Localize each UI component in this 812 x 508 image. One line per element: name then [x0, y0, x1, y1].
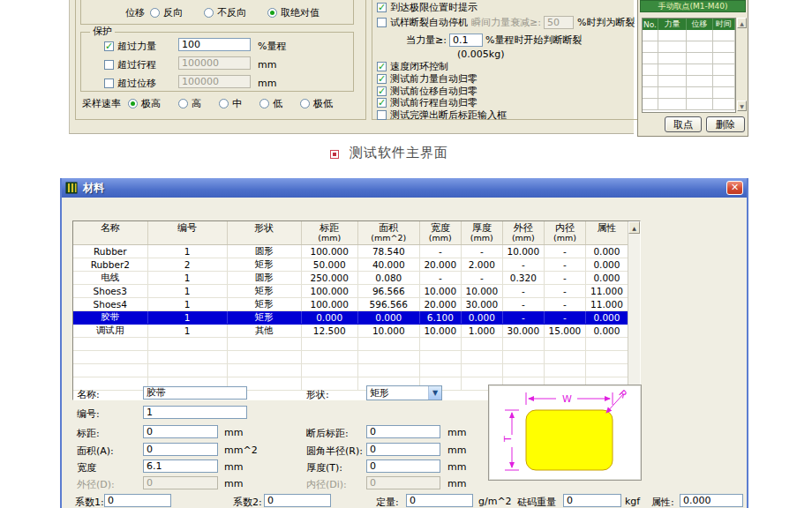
speed-loop-checkbox[interactable] [377, 62, 387, 71]
shape-preview-drawing: W T R [489, 385, 641, 480]
limit-prompt-checkbox[interactable] [377, 3, 387, 12]
table-col-header[interactable]: 属性 [585, 221, 628, 244]
table-row-selected[interactable]: 胶带1矩形0.0000.0006.1000.000--0.000 [73, 310, 628, 324]
radio-icon[interactable] [150, 8, 160, 18]
radio-icon[interactable] [267, 8, 277, 18]
radio-label: 高 [192, 97, 201, 110]
radio-icon[interactable] [259, 99, 269, 108]
table-row[interactable]: 电线1圆形250.0000.080--0.320-0.000 [73, 271, 628, 284]
material-table-scrollbar[interactable]: ▲ ▼ [628, 221, 640, 400]
radio-option[interactable]: 低 [259, 97, 282, 110]
manual-scroll-down-button[interactable]: ▼ [737, 101, 747, 111]
weight-input[interactable] [563, 494, 621, 507]
table-col-header[interactable]: 名称 [73, 221, 147, 244]
coef2-input[interactable] [264, 494, 331, 507]
zero-stroke-checkbox[interactable] [377, 98, 387, 108]
over-disp-label: 超过位移 [117, 77, 156, 90]
thickness-input[interactable] [366, 459, 440, 473]
zero-disp-checkbox[interactable] [377, 86, 387, 96]
weight-label: 砝码重量 [517, 496, 556, 508]
manual-point-row [643, 41, 735, 53]
table-row[interactable]: Shoes31矩形100.00096.56610.00010.000--11.0… [73, 284, 628, 297]
coef2-label: 系数2: [233, 496, 262, 508]
table-col-header[interactable]: 外径(mm) [502, 221, 544, 244]
area-input[interactable] [143, 443, 218, 456]
table-row[interactable]: 调试用1其他12.50010.00010.0001.00030.00015.00… [73, 324, 628, 337]
gauge-input[interactable] [143, 425, 218, 438]
protection-row-disp: 超过位移 mm [104, 77, 156, 90]
material-table: 名称编号形状标距(mm)面积(mm^2)宽度(mm)厚度(mm)外径(mm)内径… [72, 220, 641, 400]
outer-d-input [143, 476, 218, 489]
decay-input [544, 16, 574, 29]
grammage-input[interactable] [406, 494, 473, 507]
sample-rate-label: 采样速率 [82, 97, 121, 110]
table-row[interactable]: Shoes41矩形100.000596.56620.00030.000--11.… [73, 297, 628, 310]
radio-option[interactable]: 中 [219, 97, 242, 110]
gauge-after-input[interactable] [366, 425, 440, 438]
sample-rate-row: 采样速率 极高高中低极低 [82, 97, 333, 110]
table-col-header[interactable]: 面积(mm^2) [357, 221, 419, 244]
over-stroke-unit: mm [258, 59, 276, 71]
table-row[interactable]: Rubber22矩形50.00040.00020.0002.000--0.000 [73, 258, 628, 271]
width-input[interactable] [143, 459, 218, 473]
radio-icon[interactable] [300, 99, 310, 108]
radio-option[interactable]: 取绝对值 [267, 6, 320, 19]
chevron-down-icon[interactable]: ▼ [428, 386, 441, 400]
number-input[interactable] [143, 406, 247, 419]
displacement-radios: 反向不反向取绝对值 [150, 6, 320, 19]
outer-d-label: 外径(D): [77, 478, 115, 491]
table-col-header[interactable]: 编号 [147, 221, 227, 244]
manual-scroll-up-button[interactable]: ▲ [737, 18, 747, 28]
width-label: 宽度 [77, 461, 96, 474]
radio-icon[interactable] [178, 99, 188, 108]
material-title: 材料 [83, 181, 104, 196]
table-col-header[interactable]: 标距(mm) [301, 221, 357, 244]
coef1-input[interactable] [104, 494, 171, 507]
popup-gauge-checkbox[interactable] [377, 110, 387, 120]
delete-point-button[interactable]: 删除 [706, 116, 745, 132]
radio-icon[interactable] [204, 8, 214, 18]
material-body: 名称编号形状标距(mm)面积(mm^2)宽度(mm)厚度(mm)外径(mm)内径… [62, 198, 747, 508]
radio-label: 取绝对值 [281, 6, 320, 19]
displacement-row: 位移 反向不反向取绝对值 [81, 6, 353, 19]
manual-points-panel: 手动取点(M1-M40) No.力量位移时间 ▲ ▼ 取点 删除 [637, 0, 748, 137]
zero-force-checkbox[interactable] [377, 74, 387, 84]
radio-label: 中 [232, 97, 242, 110]
table-col-header[interactable]: 厚度(mm) [461, 221, 502, 244]
material-dialog: 材料 ✕ 名称编号形状标距(mm)面积(mm^2)宽度(mm)厚度(mm)外径(… [60, 178, 748, 508]
radio-label: 极低 [313, 97, 333, 110]
over-force-checkbox[interactable] [104, 41, 114, 51]
close-icon[interactable]: ✕ [726, 181, 743, 195]
table-row[interactable]: Rubber1圆形100.00078.540--10.000-0.000 [73, 244, 628, 258]
radio-option[interactable]: 反向 [150, 6, 183, 19]
scroll-up-icon[interactable]: ▲ [628, 221, 640, 234]
manual-point-row [643, 76, 735, 87]
over-force-input[interactable] [178, 38, 251, 51]
over-stroke-checkbox[interactable] [104, 60, 114, 70]
radio-option[interactable]: 不反向 [204, 6, 246, 19]
protection-legend: 保护 [90, 26, 115, 37]
radio-option[interactable]: 高 [178, 97, 201, 110]
take-point-button[interactable]: 取点 [665, 116, 702, 132]
break-stop-checkbox[interactable] [377, 18, 387, 27]
grammage-label: 定量: [376, 496, 399, 508]
radio-option[interactable]: 极低 [300, 97, 333, 110]
force-judge-input[interactable] [449, 34, 483, 47]
gauge-after-label: 断后标距: [306, 427, 349, 440]
name-input[interactable] [143, 386, 247, 400]
radio-option[interactable]: 极高 [128, 97, 161, 110]
radio-label: 不反向 [217, 6, 246, 19]
shape-select[interactable]: 矩形 ▼ [366, 385, 442, 400]
over-disp-checkbox[interactable] [104, 78, 114, 88]
manual-points-title: 手动取点(M1-M40) [640, 0, 746, 12]
attribute-input[interactable] [680, 494, 743, 507]
radio-icon[interactable] [128, 99, 138, 108]
name-label: 名称: [77, 388, 100, 401]
manual-col-header: No. [643, 19, 658, 30]
radio-icon[interactable] [219, 99, 229, 108]
settings-panel: 位移 反向不反向取绝对值 保护 超过力量 %量程 超过行程 mm 超过位移 [69, 0, 634, 134]
radius-input[interactable] [366, 443, 440, 456]
table-col-header[interactable]: 形状 [227, 221, 301, 244]
table-col-header[interactable]: 宽度(mm) [419, 221, 461, 244]
table-col-header[interactable]: 内径(mm) [544, 221, 585, 244]
